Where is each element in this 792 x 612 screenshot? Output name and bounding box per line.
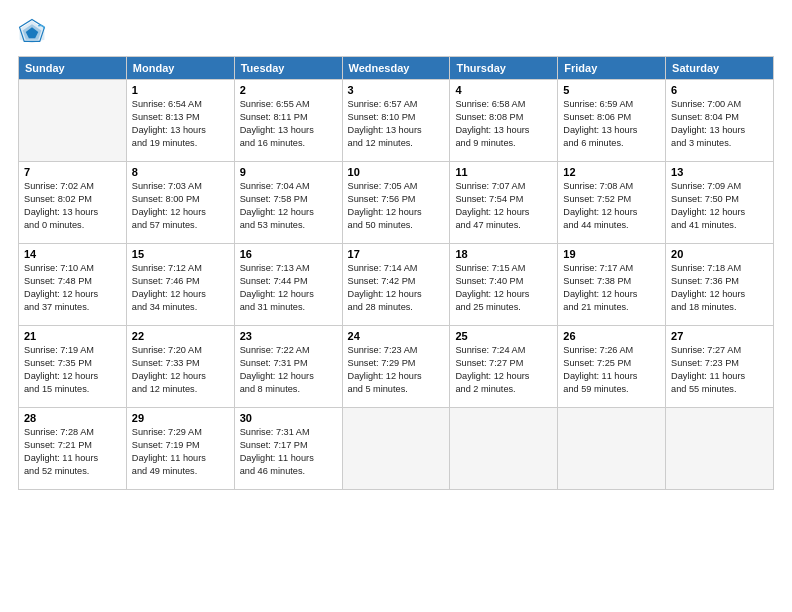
day-info: Sunrise: 6:55 AMSunset: 8:11 PMDaylight:…: [240, 98, 337, 150]
day-number: 30: [240, 412, 337, 424]
calendar-cell: [19, 80, 127, 162]
calendar-cell: 7Sunrise: 7:02 AMSunset: 8:02 PMDaylight…: [19, 162, 127, 244]
day-info: Sunrise: 7:13 AMSunset: 7:44 PMDaylight:…: [240, 262, 337, 314]
calendar-week-4: 21Sunrise: 7:19 AMSunset: 7:35 PMDayligh…: [19, 326, 774, 408]
day-info: Sunrise: 7:19 AMSunset: 7:35 PMDaylight:…: [24, 344, 121, 396]
calendar-cell: 26Sunrise: 7:26 AMSunset: 7:25 PMDayligh…: [558, 326, 666, 408]
calendar-cell: 12Sunrise: 7:08 AMSunset: 7:52 PMDayligh…: [558, 162, 666, 244]
calendar-cell: 18Sunrise: 7:15 AMSunset: 7:40 PMDayligh…: [450, 244, 558, 326]
calendar-cell: 2Sunrise: 6:55 AMSunset: 8:11 PMDaylight…: [234, 80, 342, 162]
calendar-header-row: SundayMondayTuesdayWednesdayThursdayFrid…: [19, 57, 774, 80]
day-info: Sunrise: 7:10 AMSunset: 7:48 PMDaylight:…: [24, 262, 121, 314]
day-number: 6: [671, 84, 768, 96]
day-info: Sunrise: 7:23 AMSunset: 7:29 PMDaylight:…: [348, 344, 445, 396]
day-info: Sunrise: 7:07 AMSunset: 7:54 PMDaylight:…: [455, 180, 552, 232]
day-number: 15: [132, 248, 229, 260]
calendar-week-3: 14Sunrise: 7:10 AMSunset: 7:48 PMDayligh…: [19, 244, 774, 326]
day-header-monday: Monday: [126, 57, 234, 80]
day-info: Sunrise: 7:20 AMSunset: 7:33 PMDaylight:…: [132, 344, 229, 396]
day-number: 28: [24, 412, 121, 424]
day-info: Sunrise: 7:02 AMSunset: 8:02 PMDaylight:…: [24, 180, 121, 232]
calendar-cell: 27Sunrise: 7:27 AMSunset: 7:23 PMDayligh…: [666, 326, 774, 408]
calendar-cell: 4Sunrise: 6:58 AMSunset: 8:08 PMDaylight…: [450, 80, 558, 162]
day-number: 5: [563, 84, 660, 96]
day-header-tuesday: Tuesday: [234, 57, 342, 80]
calendar-cell: 29Sunrise: 7:29 AMSunset: 7:19 PMDayligh…: [126, 408, 234, 490]
calendar-cell: 28Sunrise: 7:28 AMSunset: 7:21 PMDayligh…: [19, 408, 127, 490]
day-number: 29: [132, 412, 229, 424]
day-info: Sunrise: 7:15 AMSunset: 7:40 PMDaylight:…: [455, 262, 552, 314]
day-number: 18: [455, 248, 552, 260]
logo: [18, 18, 50, 46]
calendar-week-1: 1Sunrise: 6:54 AMSunset: 8:13 PMDaylight…: [19, 80, 774, 162]
day-number: 3: [348, 84, 445, 96]
day-number: 21: [24, 330, 121, 342]
calendar-cell: 25Sunrise: 7:24 AMSunset: 7:27 PMDayligh…: [450, 326, 558, 408]
day-number: 26: [563, 330, 660, 342]
day-header-saturday: Saturday: [666, 57, 774, 80]
calendar-cell: 14Sunrise: 7:10 AMSunset: 7:48 PMDayligh…: [19, 244, 127, 326]
calendar-cell: 30Sunrise: 7:31 AMSunset: 7:17 PMDayligh…: [234, 408, 342, 490]
calendar-cell: 19Sunrise: 7:17 AMSunset: 7:38 PMDayligh…: [558, 244, 666, 326]
day-info: Sunrise: 7:22 AMSunset: 7:31 PMDaylight:…: [240, 344, 337, 396]
day-info: Sunrise: 7:18 AMSunset: 7:36 PMDaylight:…: [671, 262, 768, 314]
calendar-cell: 6Sunrise: 7:00 AMSunset: 8:04 PMDaylight…: [666, 80, 774, 162]
day-info: Sunrise: 7:00 AMSunset: 8:04 PMDaylight:…: [671, 98, 768, 150]
day-info: Sunrise: 7:27 AMSunset: 7:23 PMDaylight:…: [671, 344, 768, 396]
calendar-cell: 20Sunrise: 7:18 AMSunset: 7:36 PMDayligh…: [666, 244, 774, 326]
day-number: 27: [671, 330, 768, 342]
calendar-table: SundayMondayTuesdayWednesdayThursdayFrid…: [18, 56, 774, 490]
day-header-sunday: Sunday: [19, 57, 127, 80]
day-info: Sunrise: 7:17 AMSunset: 7:38 PMDaylight:…: [563, 262, 660, 314]
day-info: Sunrise: 7:08 AMSunset: 7:52 PMDaylight:…: [563, 180, 660, 232]
day-number: 4: [455, 84, 552, 96]
day-number: 14: [24, 248, 121, 260]
calendar-cell: 11Sunrise: 7:07 AMSunset: 7:54 PMDayligh…: [450, 162, 558, 244]
logo-icon: [18, 18, 46, 46]
page-header: [18, 18, 774, 46]
day-number: 13: [671, 166, 768, 178]
calendar-cell: [450, 408, 558, 490]
day-info: Sunrise: 7:24 AMSunset: 7:27 PMDaylight:…: [455, 344, 552, 396]
calendar-cell: 8Sunrise: 7:03 AMSunset: 8:00 PMDaylight…: [126, 162, 234, 244]
day-number: 23: [240, 330, 337, 342]
calendar-week-2: 7Sunrise: 7:02 AMSunset: 8:02 PMDaylight…: [19, 162, 774, 244]
calendar-cell: 1Sunrise: 6:54 AMSunset: 8:13 PMDaylight…: [126, 80, 234, 162]
day-info: Sunrise: 7:03 AMSunset: 8:00 PMDaylight:…: [132, 180, 229, 232]
day-number: 11: [455, 166, 552, 178]
day-info: Sunrise: 7:12 AMSunset: 7:46 PMDaylight:…: [132, 262, 229, 314]
day-info: Sunrise: 7:04 AMSunset: 7:58 PMDaylight:…: [240, 180, 337, 232]
calendar-cell: 16Sunrise: 7:13 AMSunset: 7:44 PMDayligh…: [234, 244, 342, 326]
calendar-cell: 5Sunrise: 6:59 AMSunset: 8:06 PMDaylight…: [558, 80, 666, 162]
day-header-thursday: Thursday: [450, 57, 558, 80]
calendar-cell: 22Sunrise: 7:20 AMSunset: 7:33 PMDayligh…: [126, 326, 234, 408]
day-info: Sunrise: 7:29 AMSunset: 7:19 PMDaylight:…: [132, 426, 229, 478]
calendar-cell: 15Sunrise: 7:12 AMSunset: 7:46 PMDayligh…: [126, 244, 234, 326]
day-number: 1: [132, 84, 229, 96]
day-number: 16: [240, 248, 337, 260]
day-number: 22: [132, 330, 229, 342]
day-number: 10: [348, 166, 445, 178]
calendar-cell: 3Sunrise: 6:57 AMSunset: 8:10 PMDaylight…: [342, 80, 450, 162]
day-info: Sunrise: 7:09 AMSunset: 7:50 PMDaylight:…: [671, 180, 768, 232]
day-number: 20: [671, 248, 768, 260]
day-number: 2: [240, 84, 337, 96]
day-number: 9: [240, 166, 337, 178]
day-info: Sunrise: 7:31 AMSunset: 7:17 PMDaylight:…: [240, 426, 337, 478]
day-number: 7: [24, 166, 121, 178]
calendar-cell: [558, 408, 666, 490]
day-number: 8: [132, 166, 229, 178]
calendar-cell: 13Sunrise: 7:09 AMSunset: 7:50 PMDayligh…: [666, 162, 774, 244]
calendar-cell: 24Sunrise: 7:23 AMSunset: 7:29 PMDayligh…: [342, 326, 450, 408]
day-info: Sunrise: 6:57 AMSunset: 8:10 PMDaylight:…: [348, 98, 445, 150]
day-info: Sunrise: 7:28 AMSunset: 7:21 PMDaylight:…: [24, 426, 121, 478]
day-info: Sunrise: 7:14 AMSunset: 7:42 PMDaylight:…: [348, 262, 445, 314]
calendar-cell: 9Sunrise: 7:04 AMSunset: 7:58 PMDaylight…: [234, 162, 342, 244]
calendar-cell: [342, 408, 450, 490]
day-info: Sunrise: 7:26 AMSunset: 7:25 PMDaylight:…: [563, 344, 660, 396]
calendar-cell: [666, 408, 774, 490]
day-number: 25: [455, 330, 552, 342]
day-info: Sunrise: 7:05 AMSunset: 7:56 PMDaylight:…: [348, 180, 445, 232]
day-header-friday: Friday: [558, 57, 666, 80]
day-info: Sunrise: 6:58 AMSunset: 8:08 PMDaylight:…: [455, 98, 552, 150]
